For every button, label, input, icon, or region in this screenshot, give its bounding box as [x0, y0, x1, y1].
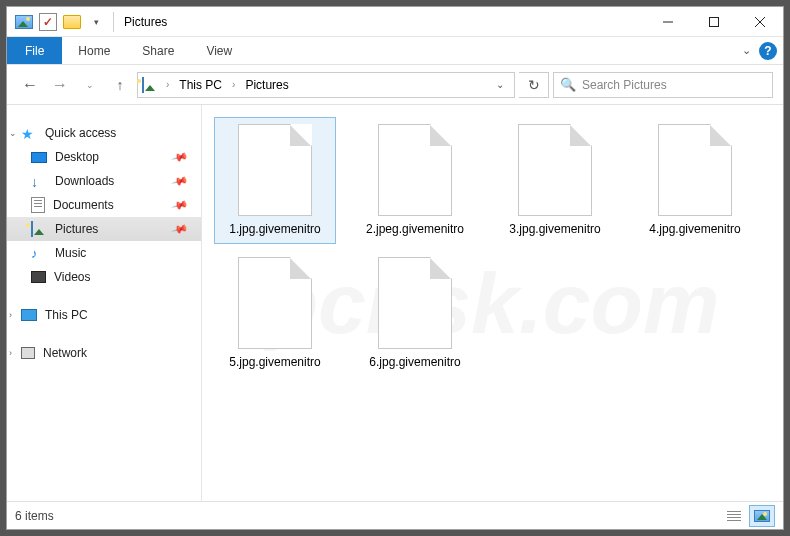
sidebar-item-videos[interactable]: Videos [7, 265, 201, 289]
sidebar-item-desktop[interactable]: Desktop 📌 [7, 145, 201, 169]
file-icon [518, 124, 592, 216]
desktop-icon [31, 152, 47, 163]
file-tab[interactable]: File [7, 37, 62, 64]
qat-new-folder-icon[interactable] [61, 11, 83, 33]
view-toggle [721, 505, 775, 527]
sidebar-item-label: Network [43, 346, 87, 360]
breadcrumb-pictures[interactable]: Pictures [241, 78, 292, 92]
file-icon [378, 257, 452, 349]
file-item[interactable]: 1.jpg.givemenitro [214, 117, 336, 244]
refresh-button[interactable]: ↻ [519, 72, 549, 98]
pin-icon: 📌 [171, 196, 190, 214]
separator [113, 12, 114, 32]
item-count: 6 items [15, 509, 54, 523]
file-name: 5.jpg.givemenitro [229, 355, 320, 370]
sidebar-this-pc[interactable]: › This PC [7, 303, 201, 327]
file-name: 3.jpg.givemenitro [509, 222, 600, 237]
maximize-button[interactable] [691, 7, 737, 36]
sidebar-item-label: Pictures [55, 222, 98, 236]
tab-home[interactable]: Home [62, 37, 126, 64]
pictures-icon [31, 222, 47, 236]
videos-icon [31, 271, 46, 283]
up-button[interactable]: ↑ [107, 72, 133, 98]
sidebar-item-music[interactable]: ♪ Music [7, 241, 201, 265]
qat-customize-dropdown[interactable]: ▾ [85, 11, 107, 33]
titlebar: ✓ ▾ Pictures [7, 7, 783, 37]
downloads-icon: ↓ [31, 174, 47, 188]
body: ⌄ ★ Quick access Desktop 📌 ↓ Downloads 📌… [7, 105, 783, 501]
sidebar-item-label: Downloads [55, 174, 114, 188]
sidebar-item-pictures[interactable]: Pictures 📌 [7, 217, 201, 241]
file-icon [658, 124, 732, 216]
app-icon [13, 11, 35, 33]
address-bar[interactable]: › This PC › Pictures ⌄ [137, 72, 515, 98]
window-controls [645, 7, 783, 36]
search-input[interactable]: 🔍 Search Pictures [553, 72, 773, 98]
window-title: Pictures [124, 15, 167, 29]
search-placeholder: Search Pictures [582, 78, 667, 92]
sidebar-item-downloads[interactable]: ↓ Downloads 📌 [7, 169, 201, 193]
close-icon [754, 16, 766, 28]
sidebar-item-label: Documents [53, 198, 114, 212]
file-item[interactable]: 4.jpg.givemenitro [634, 117, 756, 244]
file-list[interactable]: pcrisk.com 1.jpg.givemenitro2.jpeg.givem… [202, 105, 783, 501]
svg-rect-1 [710, 17, 719, 26]
quick-access-toolbar: ✓ ▾ Pictures [7, 11, 167, 33]
ribbon-expand-button[interactable]: ⌄ [742, 44, 751, 57]
sidebar-quick-access[interactable]: ⌄ ★ Quick access [7, 121, 201, 145]
pin-icon: 📌 [171, 220, 190, 238]
pin-icon: 📌 [171, 148, 190, 166]
minimize-icon [662, 16, 674, 28]
qat-properties-icon[interactable]: ✓ [37, 11, 59, 33]
sidebar-item-label: Desktop [55, 150, 99, 164]
file-item[interactable]: 5.jpg.givemenitro [214, 250, 336, 377]
chevron-right-icon[interactable]: › [9, 348, 12, 358]
search-icon: 🔍 [560, 77, 576, 92]
recent-locations-dropdown[interactable]: ⌄ [77, 72, 103, 98]
maximize-icon [708, 16, 720, 28]
file-icon [378, 124, 452, 216]
help-button[interactable]: ? [759, 42, 777, 60]
network-icon [21, 347, 35, 359]
thumbnails-view-button[interactable] [749, 505, 775, 527]
file-name: 1.jpg.givemenitro [229, 222, 320, 237]
file-name: 6.jpg.givemenitro [369, 355, 460, 370]
details-icon [727, 511, 741, 521]
sidebar-item-label: Quick access [45, 126, 116, 140]
close-button[interactable] [737, 7, 783, 36]
back-button[interactable]: ← [17, 72, 43, 98]
sidebar-item-documents[interactable]: Documents 📌 [7, 193, 201, 217]
breadcrumb-this-pc[interactable]: This PC [175, 78, 226, 92]
chevron-right-icon[interactable]: › [9, 310, 12, 320]
file-icon [238, 124, 312, 216]
file-icon [238, 257, 312, 349]
status-bar: 6 items [7, 501, 783, 529]
location-icon [142, 78, 160, 92]
file-item[interactable]: 6.jpg.givemenitro [354, 250, 476, 377]
sidebar-item-label: Videos [54, 270, 90, 284]
pin-icon: 📌 [171, 172, 190, 190]
address-dropdown[interactable]: ⌄ [490, 79, 510, 90]
chevron-down-icon[interactable]: ⌄ [9, 128, 17, 138]
file-explorer-window: ✓ ▾ Pictures File Home Share View ⌄ ? [6, 6, 784, 530]
sidebar-item-label: Music [55, 246, 86, 260]
sidebar-network[interactable]: › Network [7, 341, 201, 365]
file-name: 4.jpg.givemenitro [649, 222, 740, 237]
minimize-button[interactable] [645, 7, 691, 36]
navigation-bar: ← → ⌄ ↑ › This PC › Pictures ⌄ ↻ 🔍 Searc… [7, 65, 783, 105]
sidebar-item-label: This PC [45, 308, 88, 322]
forward-button[interactable]: → [47, 72, 73, 98]
chevron-right-icon[interactable]: › [230, 79, 237, 90]
tab-share[interactable]: Share [126, 37, 190, 64]
file-item[interactable]: 2.jpeg.givemenitro [354, 117, 476, 244]
ribbon-tabs: File Home Share View ⌄ ? [7, 37, 783, 65]
tab-view[interactable]: View [190, 37, 248, 64]
this-pc-icon [21, 309, 37, 321]
music-icon: ♪ [31, 246, 47, 260]
file-name: 2.jpeg.givemenitro [366, 222, 464, 237]
file-item[interactable]: 3.jpg.givemenitro [494, 117, 616, 244]
navigation-pane[interactable]: ⌄ ★ Quick access Desktop 📌 ↓ Downloads 📌… [7, 105, 202, 501]
details-view-button[interactable] [721, 505, 747, 527]
thumbnails-icon [754, 510, 770, 522]
chevron-right-icon[interactable]: › [164, 79, 171, 90]
